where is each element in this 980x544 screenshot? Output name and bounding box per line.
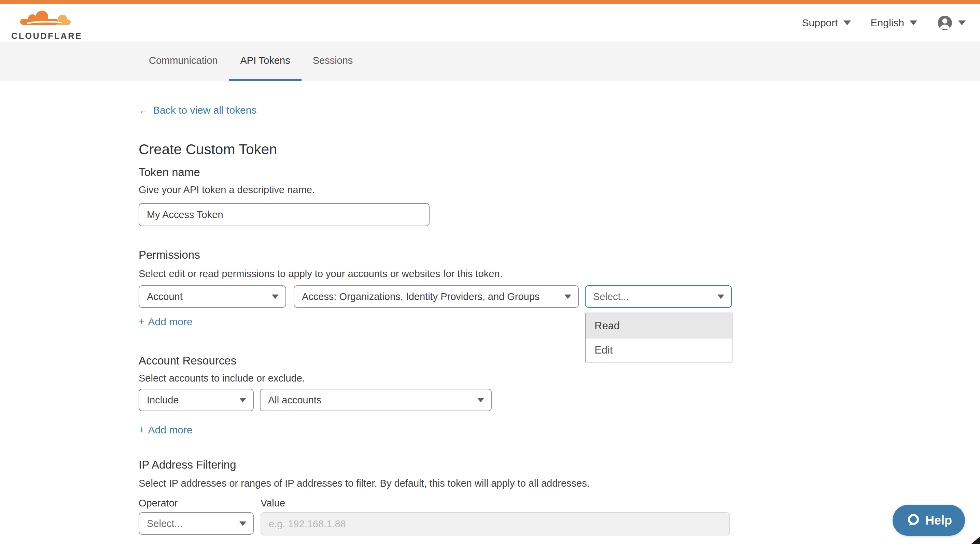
plus-icon: + bbox=[138, 316, 145, 328]
tab-api-tokens[interactable]: API Tokens bbox=[229, 42, 301, 81]
menu-option-read[interactable]: Read bbox=[585, 313, 732, 339]
accounts-dropdown[interactable]: All accounts bbox=[260, 389, 492, 411]
include-exclude-dropdown[interactable]: Include bbox=[138, 389, 254, 411]
permissions-add-more-label: Add more bbox=[148, 316, 192, 328]
chevron-down-icon bbox=[272, 295, 278, 299]
app-root: CLOUDFLARE Support English bbox=[0, 0, 980, 544]
ip-value-input[interactable] bbox=[261, 512, 730, 536]
chevron-down-icon bbox=[477, 398, 484, 402]
back-arrow-icon: ← bbox=[138, 105, 149, 116]
token-name-heading: Token name bbox=[138, 166, 200, 179]
permissions-description: Select edit or read permissions to apply… bbox=[138, 268, 502, 279]
header: CLOUDFLARE Support English bbox=[0, 4, 980, 42]
chevron-down-icon bbox=[565, 295, 571, 299]
permissions-heading: Permissions bbox=[138, 249, 200, 262]
tab-sessions[interactable]: Sessions bbox=[302, 42, 364, 81]
permission-level-dropdown[interactable]: Select... bbox=[585, 285, 732, 308]
token-name-input[interactable] bbox=[138, 203, 430, 226]
help-button[interactable]: Help bbox=[892, 505, 965, 536]
back-link-label: Back to view all tokens bbox=[153, 105, 256, 116]
ip-filtering-description: Select IP addresses or ranges of IP addr… bbox=[138, 478, 590, 489]
cloudflare-cloud-icon bbox=[11, 8, 80, 29]
cloudflare-wordmark: CLOUDFLARE bbox=[11, 31, 82, 41]
permission-scope-value: Account bbox=[147, 291, 183, 302]
ip-filtering-heading: IP Address Filtering bbox=[138, 458, 236, 471]
permission-group-dropdown[interactable]: Access: Organizations, Identity Provider… bbox=[294, 285, 579, 308]
account-resources-add-more-label: Add more bbox=[148, 424, 192, 436]
permission-group-value: Access: Organizations, Identity Provider… bbox=[302, 291, 539, 302]
tab-bar: Communication API Tokens Sessions bbox=[0, 42, 980, 81]
ip-operator-placeholder: Select... bbox=[147, 518, 183, 529]
header-right: Support English bbox=[802, 4, 966, 42]
chat-bubble-icon bbox=[905, 513, 921, 528]
chevron-down-icon bbox=[958, 21, 966, 25]
chevron-down-icon bbox=[239, 522, 246, 526]
top-accent-bar bbox=[0, 0, 980, 4]
chevron-down-icon bbox=[843, 21, 851, 25]
account-resources-heading: Account Resources bbox=[138, 354, 236, 367]
value-label: Value bbox=[261, 498, 285, 509]
plus-icon: + bbox=[138, 424, 145, 436]
language-menu[interactable]: English bbox=[871, 17, 917, 29]
page-title: Create Custom Token bbox=[138, 141, 277, 158]
cursor-artifact bbox=[971, 536, 980, 544]
account-resources-description: Select accounts to include or exclude. bbox=[138, 373, 305, 384]
account-menu[interactable] bbox=[937, 15, 966, 31]
avatar-icon bbox=[937, 15, 953, 31]
support-menu[interactable]: Support bbox=[802, 17, 851, 29]
include-exclude-value: Include bbox=[147, 395, 179, 406]
tabs: Communication API Tokens Sessions bbox=[0, 42, 980, 81]
operator-label: Operator bbox=[138, 498, 178, 509]
chevron-down-icon bbox=[910, 21, 917, 25]
menu-option-edit[interactable]: Edit bbox=[585, 339, 732, 362]
permission-level-placeholder: Select... bbox=[593, 291, 629, 302]
chevron-down-icon bbox=[718, 295, 724, 299]
tab-communication[interactable]: Communication bbox=[138, 42, 229, 81]
help-button-label: Help bbox=[925, 513, 952, 528]
permissions-add-more-link[interactable]: + Add more bbox=[138, 316, 192, 328]
chevron-down-icon bbox=[239, 398, 246, 402]
permission-level-menu: Read Edit bbox=[585, 312, 732, 362]
permission-scope-dropdown[interactable]: Account bbox=[138, 285, 286, 308]
back-to-tokens-link[interactable]: ← Back to view all tokens bbox=[138, 105, 256, 116]
account-resources-add-more-link[interactable]: + Add more bbox=[138, 424, 192, 436]
cloudflare-logo[interactable]: CLOUDFLARE bbox=[11, 8, 80, 40]
language-label: English bbox=[871, 17, 904, 29]
ip-operator-dropdown[interactable]: Select... bbox=[138, 512, 254, 535]
support-label: Support bbox=[802, 17, 838, 29]
accounts-value: All accounts bbox=[268, 395, 321, 406]
token-name-description: Give your API token a descriptive name. bbox=[138, 184, 315, 195]
